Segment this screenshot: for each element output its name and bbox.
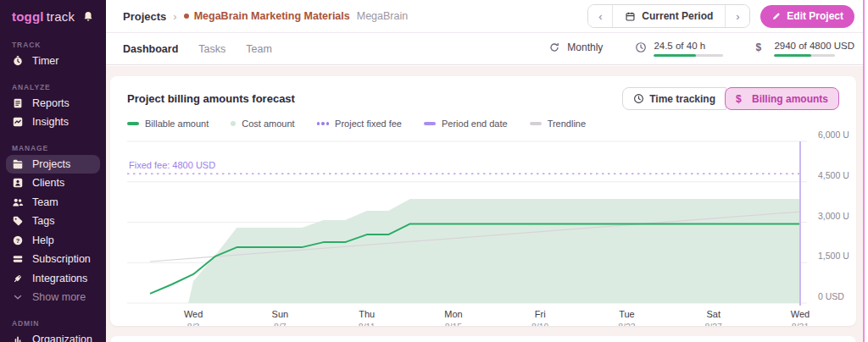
page-edge-gutter	[865, 0, 868, 342]
projects-icon	[12, 158, 24, 170]
billing-amounts-label: Billing amounts	[752, 93, 828, 105]
legend-label: Trendline	[548, 119, 586, 129]
sidebar-item-integrations[interactable]: Integrations	[0, 269, 106, 289]
y-axis-label: 3,000 USD	[818, 211, 849, 221]
legend-label: Project fixed fee	[335, 119, 402, 129]
svg-text:?: ?	[16, 236, 20, 244]
sidebar-item-label: Timer	[32, 55, 58, 67]
project-stats: Monthly 24.5 of 40 h $ 2940 of 4800 USD	[548, 41, 854, 57]
edit-project-button[interactable]: Edit Project	[760, 5, 854, 28]
sidebar-item-label: Reports	[32, 97, 70, 109]
sidebar-nav: TRACKTimerANALYZEReportsInsightsMANAGEPr…	[0, 36, 106, 342]
clients-icon	[12, 177, 24, 189]
legend-swatch	[317, 122, 330, 125]
subscription-icon	[12, 253, 24, 265]
recurrence-icon	[548, 41, 560, 53]
sidebar-item-organization[interactable]: Organization	[0, 330, 106, 342]
chart-view-toggle: Time tracking $ Billing amounts	[622, 87, 839, 110]
sidebar-item-subscription[interactable]: Subscription	[0, 250, 106, 269]
tab-tasks[interactable]: Tasks	[198, 43, 225, 55]
insights-icon	[12, 116, 24, 128]
tracked-hours-stat: 24.5 of 40 h	[635, 41, 723, 57]
sidebar-item-clients[interactable]: Clients	[0, 174, 106, 193]
x-axis-day-label: Fri	[535, 309, 546, 319]
sidebar-item-label: Show more	[32, 291, 86, 303]
project-name[interactable]: MegaBrain Marketing Materials	[194, 10, 350, 22]
sidebar-section-label: ADMIN	[0, 314, 106, 330]
time-tracking-toggle[interactable]: Time tracking	[622, 87, 726, 110]
legend-swatch	[530, 122, 542, 125]
legend-item-cost-amount[interactable]: Cost amount	[231, 119, 294, 129]
sidebar-item-projects[interactable]: Projects	[6, 155, 100, 174]
x-axis-day-label: Thu	[359, 309, 375, 319]
hours-progress-bar	[654, 54, 723, 57]
x-axis-date-label: 8/27	[705, 322, 723, 326]
sidebar-section-label: MANAGE	[0, 139, 106, 155]
period-next-button[interactable]: ›	[726, 5, 749, 27]
sidebar-item-tags[interactable]: Tags	[0, 212, 106, 231]
period-prev-button[interactable]: ‹	[588, 5, 612, 27]
amount-progress-fill	[774, 54, 811, 57]
legend-item-billable-amount[interactable]: Billable amount	[127, 119, 209, 129]
sidebar-item-show-more[interactable]: Show more	[0, 288, 106, 307]
legend-swatch	[127, 122, 139, 125]
amount-progress-bar	[774, 54, 835, 57]
y-axis-label: 0 USD	[818, 291, 844, 301]
bell-icon[interactable]	[82, 10, 94, 23]
legend-item-trendline[interactable]: Trendline	[530, 119, 586, 129]
sidebar-item-label: Insights	[32, 116, 69, 128]
sidebar-item-timer[interactable]: Timer	[0, 52, 106, 71]
sidebar-item-label: Projects	[32, 158, 70, 170]
hours-progress-text: 24.5 of 40 h	[654, 41, 723, 51]
sidebar-item-help[interactable]: ?Help	[0, 231, 106, 251]
x-axis-day-label: Tue	[619, 309, 635, 319]
legend-swatch	[424, 122, 436, 125]
x-axis-date-label: 8/11	[359, 322, 376, 326]
tab-dashboard[interactable]: Dashboard	[123, 43, 178, 55]
toggl-logo[interactable]: toggltrack	[12, 9, 75, 24]
sidebar-item-label: Team	[32, 196, 58, 208]
sidebar-section-label: TRACK	[0, 36, 106, 52]
legend-label: Cost amount	[242, 119, 294, 129]
breadcrumb-root[interactable]: Projects	[123, 10, 166, 23]
page-header: Projects › MegaBrain Marketing Materials…	[106, 0, 868, 33]
x-axis-day-label: Mon	[444, 309, 462, 319]
sidebar-item-reports[interactable]: Reports	[0, 94, 106, 113]
page-edge-accent[interactable]	[863, 0, 865, 342]
sidebar-item-label: Tags	[32, 215, 54, 227]
sidebar-section-track: TRACKTimer	[0, 36, 106, 71]
x-axis-date-label: 8/23	[618, 322, 636, 326]
period-current-button[interactable]: Current Period	[612, 5, 726, 27]
dollar-icon: $	[736, 93, 747, 104]
sidebar-section-admin: ADMINOrganization	[0, 314, 106, 342]
sidebar-section-manage: MANAGEProjectsClientsTeamTags?HelpSubscr…	[0, 139, 106, 307]
legend-item-project-fixed-fee[interactable]: Project fixed fee	[317, 119, 402, 129]
fixed-fee-label: Fixed fee: 4800 USD	[129, 160, 215, 170]
legend-item-period-end-date[interactable]: Period end date	[424, 119, 508, 129]
billing-forecast-chart: 0 USD1,500 USD3,000 USD4,500 USD6,000 US…	[127, 130, 849, 326]
chart-legend: Billable amountCost amountProject fixed …	[127, 119, 849, 129]
sidebar-item-label: Organization	[32, 334, 92, 342]
sidebar-item-insights[interactable]: Insights	[0, 113, 106, 132]
tab-team[interactable]: Team	[246, 43, 272, 55]
client-name: MegaBrain	[357, 10, 408, 22]
amount-progress-text: 2940 of 4800 USD	[774, 41, 854, 51]
sidebar-header: toggltrack	[0, 0, 106, 29]
chart-title: Project billing amounts forecast	[127, 92, 295, 105]
sidebar-item-label: Integrations	[32, 273, 87, 284]
billing-amounts-toggle[interactable]: $ Billing amounts	[725, 87, 839, 110]
recurrence-label: Monthly	[567, 41, 603, 53]
y-axis-label: 4,500 USD	[818, 170, 849, 180]
legend-label: Billable amount	[145, 119, 209, 129]
forecast-area	[188, 199, 800, 303]
x-axis-day-label: Sat	[706, 309, 721, 319]
sidebar: toggltrack TRACKTimerANALYZEReportsInsig…	[0, 0, 106, 342]
sidebar-item-team[interactable]: Team	[0, 193, 106, 212]
tags-icon	[12, 215, 24, 227]
billed-amount-stat: $ 2940 of 4800 USD	[755, 41, 854, 57]
team-icon	[12, 196, 24, 208]
x-axis-day-label: Wed	[184, 309, 203, 319]
x-axis-date-label: 8/15	[445, 322, 463, 326]
breadcrumb-separator: ›	[173, 10, 176, 23]
logo-light: track	[47, 9, 75, 24]
